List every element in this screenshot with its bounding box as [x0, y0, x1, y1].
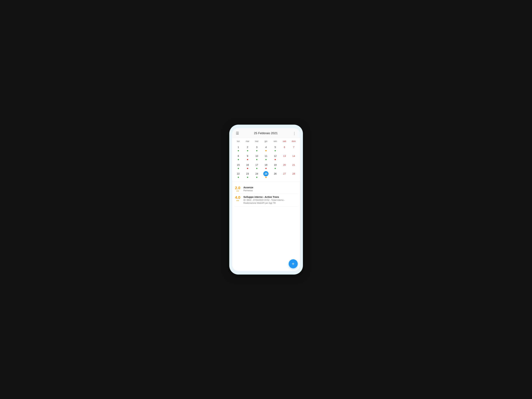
cal-cell-11[interactable]: 11 [261, 153, 271, 161]
cal-cell-26[interactable]: 26 [271, 170, 280, 178]
cal-day-number: 7 [291, 145, 296, 150]
event-item-1[interactable]: 4.0oreSviluppo interno - Active TreesID:… [234, 194, 298, 207]
cal-cell-22[interactable]: 22 [234, 170, 243, 178]
cal-day-number: 23 [245, 171, 250, 176]
cal-day-number: 1 [236, 145, 241, 150]
cal-dot [284, 177, 285, 178]
cal-day-number: 20 [282, 162, 287, 167]
cal-cell-16[interactable]: 16 [243, 162, 252, 170]
cal-cell-17[interactable]: 17 [252, 162, 261, 170]
cal-dot [275, 168, 276, 169]
fab-area: + [232, 258, 300, 271]
cal-dot [265, 150, 267, 151]
event-details: Sviluppo interno - Active TreesID: 6922 … [243, 196, 298, 205]
cal-dot [256, 168, 257, 169]
event-details: AssenzePermesso [243, 186, 298, 192]
cal-cell-9[interactable]: 9 [243, 153, 252, 161]
cal-cell-2[interactable]: 2 [243, 144, 252, 152]
cal-cell-15[interactable]: 15 [234, 162, 243, 170]
cal-dot [256, 159, 257, 160]
add-button[interactable]: + [289, 259, 298, 268]
cal-dot [284, 159, 285, 160]
weekday-label-mer: mer [252, 139, 261, 143]
cal-cell-10[interactable]: 10 [252, 153, 261, 161]
cal-cell-8[interactable]: 8 [234, 153, 243, 161]
cal-day-number: 12 [273, 153, 278, 159]
cal-cell-23[interactable]: 23 [243, 170, 252, 178]
cal-cell-7[interactable]: 7 [289, 144, 298, 152]
cal-day-number: 3 [254, 145, 259, 150]
cal-dot [275, 159, 276, 160]
calendar-area: lunmarmergiovensabdom 123456789101112131… [232, 138, 300, 180]
cal-dot [265, 177, 267, 178]
cal-dot [247, 168, 248, 169]
cal-day-number: 2 [245, 145, 250, 150]
cal-day-number: 9 [245, 153, 250, 159]
cal-cell-24[interactable]: 24 [252, 170, 261, 178]
event-time: 4.0ore [234, 196, 241, 202]
cal-day-number: 25 [263, 171, 268, 176]
weekday-label-gio: gio [261, 139, 271, 143]
cal-day-number: 11 [263, 153, 268, 159]
cal-cell-18[interactable]: 18 [261, 162, 271, 170]
cal-day-number: 5 [273, 145, 278, 150]
event-item-0[interactable]: 2.0oreAssenzePermesso [234, 184, 298, 194]
cal-day-number: 27 [282, 171, 287, 176]
weekday-label-lun: lun [234, 139, 243, 143]
cal-cell-19[interactable]: 19 [271, 162, 280, 170]
cal-dot [265, 159, 267, 160]
weekday-label-ven: ven [271, 139, 280, 143]
cal-dot [256, 177, 257, 178]
event-ore-label: ore [234, 199, 241, 202]
cal-day-number: 13 [282, 153, 287, 159]
event-title: Sviluppo interno - Active Trees [243, 196, 298, 198]
cal-day-number: 26 [273, 171, 278, 176]
cal-cell-21[interactable]: 21 [289, 162, 298, 170]
cal-dot [256, 150, 257, 151]
cal-day-number: 4 [263, 145, 268, 150]
event-subtitle: ID: 6922 - 07/04/2020 23:52 - Ticket int… [243, 199, 298, 205]
cal-day-number: 8 [236, 153, 241, 159]
cal-day-number: 28 [291, 171, 296, 176]
cal-cell-4[interactable]: 4 [261, 144, 271, 152]
cal-cell-28[interactable]: 28 [289, 170, 298, 178]
cal-day-number: 17 [254, 162, 259, 167]
cal-day-number: 24 [254, 171, 259, 176]
cal-dot [238, 168, 239, 169]
cal-dot [238, 177, 239, 178]
cal-cell-3[interactable]: 3 [252, 144, 261, 152]
cal-dot [238, 150, 239, 151]
menu-icon[interactable]: ☰ [235, 130, 240, 136]
event-title: Assenze [243, 186, 298, 189]
cal-day-number: 21 [291, 162, 296, 167]
app-header: ☰ 25 Febbraio 2021 ⋮ [232, 128, 300, 138]
cal-cell-14[interactable]: 14 [289, 153, 298, 161]
cal-dot [275, 150, 276, 151]
cal-cell-1[interactable]: 1 [234, 144, 243, 152]
more-options-icon[interactable]: ⋮ [292, 130, 297, 136]
calendar-grid: 1234567891011121314151617181920212223242… [234, 144, 298, 178]
divider [232, 182, 300, 182]
weekday-label-sab: sab [280, 139, 289, 143]
cal-dot [293, 159, 294, 160]
cal-day-number: 16 [245, 162, 250, 167]
event-time: 2.0ore [234, 186, 241, 192]
cal-cell-20[interactable]: 20 [280, 162, 289, 170]
cal-dot [238, 159, 239, 160]
cal-cell-12[interactable]: 12 [271, 153, 280, 161]
phone-shell: ☰ 25 Febbraio 2021 ⋮ lunmarmergiovensabd… [230, 125, 303, 274]
cal-day-number: 6 [282, 145, 287, 150]
event-hours: 4.0 [234, 196, 241, 199]
cal-cell-27[interactable]: 27 [280, 170, 289, 178]
weekday-label-dom: dom [289, 139, 298, 143]
cal-cell-13[interactable]: 13 [280, 153, 289, 161]
event-subtitle: Permesso [243, 189, 298, 192]
cal-cell-5[interactable]: 5 [271, 144, 280, 152]
cal-dot [293, 168, 294, 169]
cal-dot [284, 168, 285, 169]
cal-cell-6[interactable]: 6 [280, 144, 289, 152]
cal-dot [247, 150, 248, 151]
cal-cell-25[interactable]: 25 [261, 170, 271, 178]
events-area: 2.0oreAssenzePermesso4.0oreSviluppo inte… [232, 183, 300, 258]
cal-day-number: 18 [263, 162, 268, 167]
